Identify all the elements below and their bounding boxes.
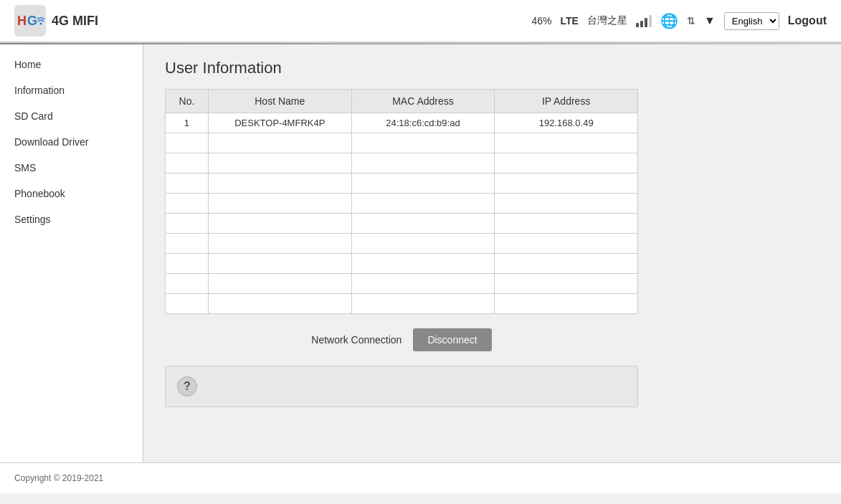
cell-ip xyxy=(495,234,638,254)
cell-host xyxy=(208,173,351,194)
signal-bar-1 xyxy=(636,23,639,27)
cell-no: 1 xyxy=(166,113,209,133)
sidebar-item-home[interactable]: Home xyxy=(0,52,143,77)
disconnect-button[interactable]: Disconnect xyxy=(413,328,491,351)
sidebar-item-settings[interactable]: Settings xyxy=(0,206,143,232)
table-row xyxy=(166,214,638,234)
sidebar: Home Information SD Card Download Driver… xyxy=(0,44,143,462)
table-row: 1DESKTOP-4MFRK4P24:18:c6:cd:b9:ad192.168… xyxy=(166,113,638,133)
cell-mac xyxy=(351,294,495,314)
transfer-icon: ⇅ xyxy=(687,15,695,27)
wifi-down-icon: ▼ xyxy=(704,14,716,27)
carrier-name: 台灣之星 xyxy=(587,14,627,27)
cell-mac xyxy=(351,214,495,234)
cell-host xyxy=(208,254,351,274)
cell-host xyxy=(208,214,351,234)
signal-bar-4 xyxy=(649,15,652,27)
svg-point-3 xyxy=(40,23,42,25)
cell-ip xyxy=(495,254,638,274)
table-row xyxy=(166,173,638,194)
sidebar-item-information[interactable]: Information xyxy=(0,77,143,103)
cell-no xyxy=(166,294,209,314)
cell-no xyxy=(166,153,209,173)
content-area: User Information No. Host Name MAC Addre… xyxy=(143,44,841,462)
sidebar-item-phonebook[interactable]: Phonebook xyxy=(0,181,143,206)
table-body: 1DESKTOP-4MFRK4P24:18:c6:cd:b9:ad192.168… xyxy=(166,113,638,314)
cell-mac xyxy=(351,274,495,294)
table-header-row: No. Host Name MAC Address IP Address xyxy=(166,90,638,113)
copyright-text: Copyright © 2019-2021 xyxy=(14,473,103,483)
cell-ip xyxy=(495,194,638,214)
cell-host: DESKTOP-4MFRK4P xyxy=(208,113,351,133)
table-row xyxy=(166,153,638,173)
cell-ip xyxy=(495,294,638,314)
cell-no xyxy=(166,133,209,153)
cell-host xyxy=(208,133,351,153)
cell-mac xyxy=(351,194,495,214)
main-layout: Home Information SD Card Download Driver… xyxy=(0,44,841,462)
cell-mac xyxy=(351,133,495,153)
logo: H G 4G MIFI xyxy=(14,5,98,37)
cell-host xyxy=(208,194,351,214)
header-right: 46% LTE 台灣之星 🌐 ⇅ ▼ English 中文 Logout xyxy=(532,12,827,30)
logout-button[interactable]: Logout xyxy=(788,14,827,27)
cell-no xyxy=(166,234,209,254)
app-title: 4G MIFI xyxy=(52,14,98,29)
col-ip: IP Address xyxy=(495,90,638,113)
table-row xyxy=(166,194,638,214)
cell-ip xyxy=(495,153,638,173)
sidebar-item-sms[interactable]: SMS xyxy=(0,155,143,181)
globe-icon: 🌐 xyxy=(660,12,678,29)
cell-mac xyxy=(351,153,495,173)
table-row xyxy=(166,294,638,314)
cell-mac xyxy=(351,234,495,254)
col-host: Host Name xyxy=(208,90,351,113)
cell-no xyxy=(166,254,209,274)
cell-host xyxy=(208,234,351,254)
sidebar-item-sd-card[interactable]: SD Card xyxy=(0,103,143,129)
table-head: No. Host Name MAC Address IP Address xyxy=(166,90,638,113)
battery-indicator: 46% xyxy=(532,15,552,27)
cell-ip xyxy=(495,133,638,153)
logo-icon: H G xyxy=(14,5,46,37)
signal-bars xyxy=(636,14,652,27)
col-no: No. xyxy=(166,90,209,113)
col-mac: MAC Address xyxy=(351,90,495,113)
table-row xyxy=(166,254,638,274)
cell-no xyxy=(166,214,209,234)
cell-ip xyxy=(495,274,638,294)
cell-no xyxy=(166,173,209,194)
cell-mac: 24:18:c6:cd:b9:ad xyxy=(351,113,495,133)
footer: Copyright © 2019-2021 xyxy=(0,462,841,493)
cell-host xyxy=(208,153,351,173)
lte-indicator: LTE xyxy=(561,15,579,27)
cell-no xyxy=(166,274,209,294)
help-box: ? xyxy=(165,366,638,407)
network-connection-label: Network Connection xyxy=(311,334,402,346)
cell-no xyxy=(166,194,209,214)
cell-host xyxy=(208,294,351,314)
page-title: User Information xyxy=(165,59,819,77)
network-connection-row: Network Connection Disconnect xyxy=(165,328,638,351)
sidebar-item-download-driver[interactable]: Download Driver xyxy=(0,129,143,155)
table-row xyxy=(166,133,638,153)
language-select[interactable]: English 中文 xyxy=(724,12,779,30)
cell-host xyxy=(208,274,351,294)
table-row xyxy=(166,274,638,294)
cell-mac xyxy=(351,173,495,194)
cell-ip xyxy=(495,214,638,234)
header: H G 4G MIFI 46% LTE 台灣之星 🌐 ⇅ ▼ English 中… xyxy=(0,0,841,43)
help-icon: ? xyxy=(177,376,197,396)
cell-mac xyxy=(351,254,495,274)
cell-ip xyxy=(495,173,638,194)
signal-bar-3 xyxy=(645,18,647,27)
signal-bar-2 xyxy=(640,21,643,27)
table-row xyxy=(166,234,638,254)
svg-text:G: G xyxy=(27,14,37,28)
cell-ip: 192.168.0.49 xyxy=(495,113,638,133)
user-info-table: No. Host Name MAC Address IP Address 1DE… xyxy=(165,89,638,314)
svg-text:H: H xyxy=(17,14,27,28)
